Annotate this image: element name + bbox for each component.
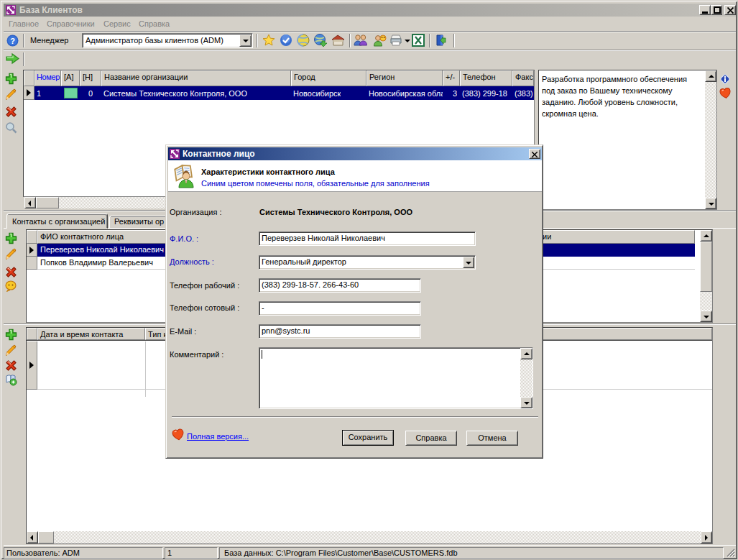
svg-text:?: ? [10, 37, 15, 45]
